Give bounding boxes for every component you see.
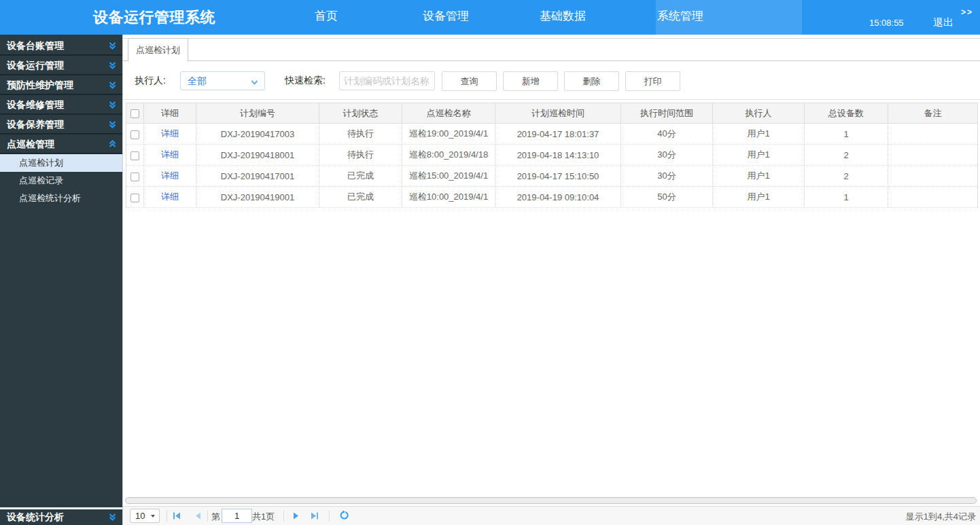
chevron-down-icon: [108, 513, 117, 522]
col-range: 执行时间范围: [621, 103, 713, 124]
caret-down-icon: [151, 515, 155, 518]
tab-dianxunjian-jihua[interactable]: 点巡检计划: [128, 38, 188, 61]
col-executor: 执行人: [713, 103, 805, 124]
table-row: 详细 DXJ-20190417003 待执行 巡检19:00_2019/4/1 …: [126, 124, 978, 145]
horizontal-scrollbar[interactable]: [125, 497, 977, 504]
detail-link[interactable]: 详细: [161, 149, 179, 160]
detail-link[interactable]: 详细: [161, 170, 179, 181]
plan-table: 详细 计划编号 计划状态 点巡检名称 计划巡检时间 执行时间范围 执行人 总设备…: [126, 103, 978, 208]
sidebar-item-weixiu[interactable]: 设备维修管理: [0, 95, 122, 115]
detail-link[interactable]: 详细: [161, 192, 179, 202]
sidebar-subitem-fenxi[interactable]: 点巡检统计分析: [0, 189, 122, 207]
row-checkbox[interactable]: [130, 130, 139, 139]
pager-status: 显示1到4,共4记录: [906, 511, 976, 523]
prev-page-button[interactable]: [194, 511, 203, 520]
first-page-button[interactable]: [173, 511, 181, 520]
sidebar-subitem-jilu[interactable]: 点巡检记录: [0, 172, 122, 189]
print-button[interactable]: 打印: [625, 71, 680, 91]
sidebar-item-yunxing[interactable]: 设备运行管理: [0, 56, 122, 75]
col-devices: 总设备数: [805, 103, 888, 124]
row-checkbox[interactable]: [130, 151, 139, 160]
expand-icon[interactable]: >>: [961, 7, 973, 17]
filter-toolbar: 执行人: 全部 快速检索: 查询 新增 删除 打印: [123, 61, 980, 100]
delete-button[interactable]: 删除: [564, 71, 619, 91]
chevron-down-icon: [108, 41, 117, 50]
page-suffix: 共1页: [252, 511, 275, 523]
refresh-icon[interactable]: [339, 510, 349, 520]
chevron-down-icon: [108, 81, 117, 90]
col-remark: 备注: [888, 103, 978, 124]
chevron-up-icon: [108, 140, 117, 149]
nav-system[interactable]: 系统管理: [657, 8, 703, 24]
nav-basic-data[interactable]: 基础数据: [540, 8, 586, 24]
last-page-button[interactable]: [310, 511, 319, 520]
select-all-checkbox[interactable]: [130, 109, 139, 118]
next-page-button[interactable]: [292, 511, 300, 520]
table-row: 详细 DXJ-20190418001 待执行 巡检8:00_2019/4/18 …: [126, 145, 978, 166]
tab-bar: 点巡检计划: [123, 38, 980, 61]
query-button[interactable]: 查询: [442, 71, 497, 91]
chevron-down-icon: [108, 120, 117, 129]
add-button[interactable]: 新增: [503, 71, 558, 91]
top-header: 设备运行管理系统 首页 设备管理 基础数据 系统管理 15:08:55 退出 >…: [0, 0, 980, 35]
sidebar-item-dianxunjian[interactable]: 点巡检管理: [0, 134, 122, 154]
table-row: 详细 DXJ-20190419001 已完成 巡检10:00_2019/4/1 …: [126, 187, 978, 208]
col-time: 计划巡检时间: [495, 103, 621, 124]
executor-select-value: 全部: [188, 75, 207, 88]
chevron-down-icon: [250, 77, 259, 90]
row-checkbox[interactable]: [130, 173, 139, 181]
clock: 15:08:55: [869, 18, 904, 28]
detail-link[interactable]: 详细: [161, 128, 179, 139]
search-label: 快速检索:: [285, 75, 326, 87]
main-content: 点巡检计划 执行人: 全部 快速检索: 查询 新增 删除 打印 详细 计划编号 …: [122, 35, 980, 525]
page-prefix: 第: [211, 511, 220, 523]
executor-select[interactable]: 全部: [180, 71, 265, 90]
chevron-down-icon: [108, 101, 117, 109]
page-size-select[interactable]: 10: [130, 509, 160, 523]
col-status: 计划状态: [319, 103, 402, 124]
executor-label: 执行人:: [135, 75, 166, 87]
col-name: 点巡检名称: [402, 103, 495, 124]
col-code: 计划编号: [196, 103, 319, 124]
row-checkbox[interactable]: [130, 194, 139, 202]
nav-equipment[interactable]: 设备管理: [423, 8, 469, 24]
table-row: 详细 DXJ-20190417001 已完成 巡检15:00_2019/4/1 …: [126, 166, 978, 187]
sidebar-item-tongji[interactable]: 设备统计分析: [0, 509, 122, 525]
chevron-down-icon: [108, 61, 117, 70]
sidebar-item-yufangxing[interactable]: 预防性维护管理: [0, 75, 122, 95]
pager-bar: 10 第 共1页 显示1到4,共4记录: [123, 506, 980, 525]
nav-home[interactable]: 首页: [315, 8, 338, 24]
page-number-input[interactable]: [222, 509, 252, 523]
table-header-row: 详细 计划编号 计划状态 点巡检名称 计划巡检时间 执行时间范围 执行人 总设备…: [126, 103, 978, 124]
sidebar-item-baoyang[interactable]: 设备保养管理: [0, 115, 122, 134]
logout-button[interactable]: 退出: [933, 16, 953, 29]
col-detail: 详细: [144, 103, 196, 124]
search-input[interactable]: [339, 71, 435, 90]
app-title: 设备运行管理系统: [93, 7, 215, 28]
sidebar: 设备台账管理 设备运行管理 预防性维护管理 设备维修管理 设备保养管理 点巡检管…: [0, 35, 122, 507]
sidebar-item-taizhang[interactable]: 设备台账管理: [0, 36, 122, 56]
sidebar-subitem-jihua[interactable]: 点巡检计划: [0, 154, 122, 172]
header-checkbox-cell: [126, 103, 144, 124]
